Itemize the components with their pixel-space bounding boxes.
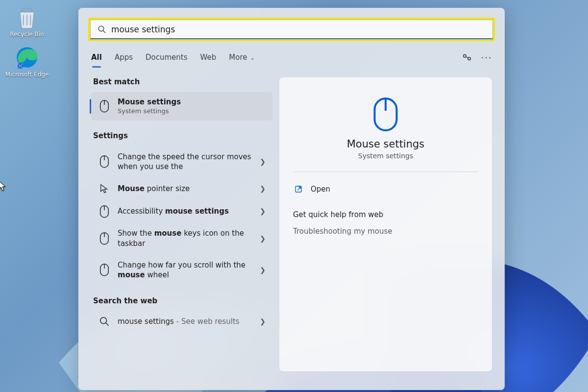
result-subtitle: System settings	[118, 107, 266, 116]
section-best-match: Best match	[93, 77, 270, 86]
search-icon	[99, 316, 110, 327]
connected-devices-icon[interactable]	[462, 52, 472, 63]
tab-documents[interactable]: Documents	[146, 50, 188, 65]
tab-apps[interactable]: Apps	[115, 50, 133, 65]
help-link-troubleshoot[interactable]: Troubleshooting my mouse	[293, 227, 478, 236]
svg-line-3	[103, 30, 105, 33]
svg-line-17	[106, 323, 109, 326]
result-text: Change the speed the cursor moves when y…	[118, 152, 252, 172]
pointer-icon	[99, 183, 110, 194]
desktop: Recycle Bin Microsoft Edge All App	[0, 0, 588, 392]
section-search-web: Search the web	[93, 296, 270, 305]
result-text: Change how far you scroll with the mouse…	[118, 260, 252, 280]
edge-icon	[15, 45, 39, 70]
result-scroll-wheel[interactable]: Change how far you scroll with the mouse…	[91, 254, 272, 286]
chevron-right-icon: ❯	[260, 158, 266, 166]
mouse-icon	[99, 206, 110, 217]
mouse-cursor-icon	[0, 180, 7, 192]
help-heading: Get quick help from web	[293, 210, 478, 219]
chevron-right-icon: ❯	[260, 207, 266, 215]
result-text: mouse settings - See web results	[118, 317, 252, 326]
result-text: Accessibility mouse settings	[118, 206, 252, 216]
mouse-icon	[99, 265, 110, 275]
result-title: Mouse settings	[118, 97, 266, 107]
divider	[293, 172, 478, 172]
chevron-right-icon: ❯	[260, 185, 266, 193]
section-settings: Settings	[93, 131, 270, 140]
search-bar-highlight	[88, 18, 495, 41]
mouse-icon	[99, 101, 110, 112]
mouse-icon	[99, 233, 110, 244]
chevron-right-icon: ❯	[260, 318, 266, 325]
result-cursor-speed[interactable]: Change the speed the cursor moves when y…	[91, 146, 272, 178]
more-options-icon[interactable]: ···	[481, 52, 492, 63]
desktop-icon-edge[interactable]: Microsoft Edge	[5, 45, 49, 78]
result-text: Mouse pointer size	[118, 184, 252, 194]
result-pointer-size[interactable]: Mouse pointer size ❯	[91, 177, 272, 200]
tab-more-label: More	[229, 53, 247, 62]
open-action[interactable]: Open	[293, 181, 478, 197]
search-filter-row: All Apps Documents Web More ⌄ ···	[78, 50, 505, 65]
preview-subtitle: System settings	[293, 152, 478, 160]
search-icon	[98, 25, 106, 34]
mouse-icon	[371, 96, 400, 131]
desktop-icon-recycle-bin[interactable]: Recycle Bin	[5, 5, 49, 38]
preview-pane: Mouse settings System settings Open Get …	[279, 77, 492, 371]
result-web-search[interactable]: mouse settings - See web results ❯	[91, 311, 272, 332]
result-best-match[interactable]: Mouse settings System settings	[91, 92, 272, 121]
result-mouse-keys-taskbar[interactable]: Show the mouse keys icon on the taskbar …	[91, 222, 272, 254]
tab-all[interactable]: All	[91, 50, 102, 65]
desktop-icon-label: Microsoft Edge	[5, 72, 49, 78]
result-accessibility-mouse[interactable]: Accessibility mouse settings ❯	[91, 200, 272, 222]
search-input[interactable]	[111, 24, 486, 34]
preview-title: Mouse settings	[293, 138, 478, 150]
recycle-bin-icon	[15, 5, 39, 29]
search-bar[interactable]	[90, 20, 493, 39]
start-search-panel: All Apps Documents Web More ⌄ ··· Best m…	[78, 8, 505, 390]
open-label: Open	[311, 185, 330, 194]
result-text: Show the mouse keys icon on the taskbar	[118, 228, 252, 248]
open-external-icon	[294, 185, 303, 194]
results-column: Best match Mouse settings System setting…	[91, 77, 272, 371]
chevron-down-icon: ⌄	[248, 54, 255, 61]
tab-web[interactable]: Web	[200, 50, 217, 65]
chevron-right-icon: ❯	[260, 235, 266, 243]
tab-more[interactable]: More ⌄	[229, 50, 255, 65]
mouse-icon	[99, 156, 110, 167]
chevron-right-icon: ❯	[260, 266, 266, 274]
desktop-icon-label: Recycle Bin	[5, 31, 49, 38]
